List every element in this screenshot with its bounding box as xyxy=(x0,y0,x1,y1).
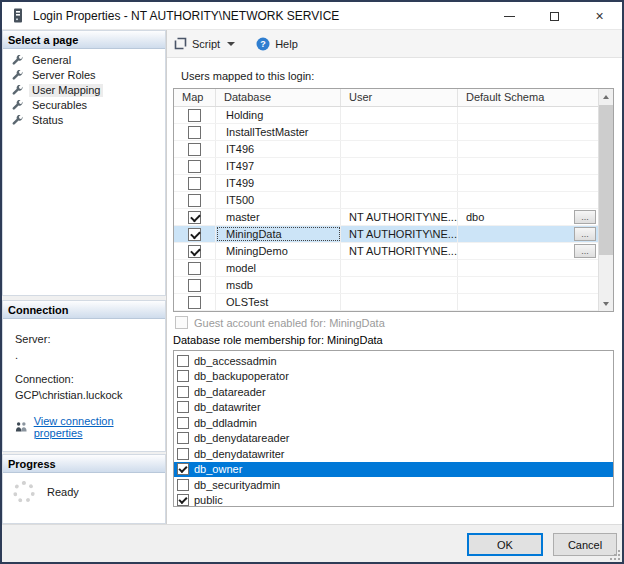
map-checkbox[interactable] xyxy=(188,228,201,241)
table-row[interactable]: IT499 xyxy=(174,175,598,192)
role-row-db_backupoperator[interactable]: db_backupoperator xyxy=(174,369,613,385)
role-checkbox[interactable] xyxy=(177,355,189,367)
table-row[interactable]: MiningDemoNT AUTHORITY\NE...... xyxy=(174,243,598,260)
scrollbar-thumb[interactable] xyxy=(599,105,613,255)
default-schema-cell[interactable] xyxy=(458,294,598,310)
user-cell[interactable] xyxy=(341,294,458,310)
database-cell[interactable]: IT497 xyxy=(216,158,341,174)
database-cell[interactable]: master xyxy=(216,209,341,225)
sidebar-item-server-roles[interactable]: Server Roles xyxy=(3,68,165,83)
role-row-db_owner[interactable]: db_owner xyxy=(174,462,613,478)
maximize-button[interactable] xyxy=(532,2,577,30)
database-cell[interactable]: IT499 xyxy=(216,175,341,191)
default-schema-cell[interactable] xyxy=(458,192,598,208)
table-row[interactable]: msdb xyxy=(174,277,598,294)
table-row[interactable]: masterNT AUTHORITY\NE...dbo... xyxy=(174,209,598,226)
role-checkbox[interactable] xyxy=(177,386,189,398)
table-row[interactable]: IT497 xyxy=(174,158,598,175)
database-cell[interactable]: Holding xyxy=(216,107,341,123)
role-row-public[interactable]: public xyxy=(174,493,613,508)
default-schema-cell[interactable] xyxy=(458,107,598,123)
column-header-database[interactable]: Database xyxy=(216,89,341,106)
user-cell[interactable] xyxy=(341,124,458,140)
role-checkbox[interactable] xyxy=(177,448,189,460)
role-checkbox[interactable] xyxy=(177,494,189,506)
user-cell[interactable]: NT AUTHORITY\NE... xyxy=(341,226,458,242)
cancel-button[interactable]: Cancel xyxy=(553,533,617,556)
role-row-db_datawriter[interactable]: db_datawriter xyxy=(174,400,613,416)
map-checkbox[interactable] xyxy=(188,143,201,156)
map-checkbox[interactable] xyxy=(188,177,201,190)
default-schema-cell[interactable] xyxy=(458,175,598,191)
grid-scrollbar[interactable] xyxy=(598,89,613,311)
default-schema-cell[interactable]: ... xyxy=(458,243,598,259)
ok-button[interactable]: OK xyxy=(467,533,543,556)
user-cell[interactable] xyxy=(341,175,458,191)
column-header-user[interactable]: User xyxy=(341,89,458,106)
database-cell[interactable]: MiningData xyxy=(216,226,341,242)
database-cell[interactable]: MiningDemo xyxy=(216,243,341,259)
map-checkbox[interactable] xyxy=(188,211,201,224)
database-cell[interactable]: msdb xyxy=(216,277,341,293)
default-schema-cell[interactable] xyxy=(458,158,598,174)
map-checkbox[interactable] xyxy=(188,194,201,207)
role-row-db_accessadmin[interactable]: db_accessadmin xyxy=(174,353,613,369)
close-button[interactable]: × xyxy=(577,2,622,30)
table-row[interactable]: OLSTest xyxy=(174,294,598,311)
minimize-button[interactable] xyxy=(487,2,532,30)
database-cell[interactable]: IT500 xyxy=(216,192,341,208)
map-checkbox[interactable] xyxy=(188,126,201,139)
default-schema-cell[interactable] xyxy=(458,260,598,276)
map-checkbox[interactable] xyxy=(188,109,201,122)
column-header-map[interactable]: Map xyxy=(174,89,216,106)
user-cell[interactable]: NT AUTHORITY\NE... xyxy=(341,209,458,225)
user-cell[interactable] xyxy=(341,192,458,208)
user-cell[interactable] xyxy=(341,141,458,157)
role-checkbox[interactable] xyxy=(177,417,189,429)
role-row-db_datareader[interactable]: db_datareader xyxy=(174,384,613,400)
table-row[interactable]: MiningDataNT AUTHORITY\NE...... xyxy=(174,226,598,243)
role-row-db_denydatawriter[interactable]: db_denydatawriter xyxy=(174,446,613,462)
role-checkbox[interactable] xyxy=(177,401,189,413)
map-checkbox[interactable] xyxy=(188,296,201,309)
user-cell[interactable] xyxy=(341,158,458,174)
database-cell[interactable]: InstallTestMaster xyxy=(216,124,341,140)
scroll-down-button[interactable] xyxy=(599,296,613,311)
table-row[interactable]: IT500 xyxy=(174,192,598,209)
role-row-db_denydatareader[interactable]: db_denydatareader xyxy=(174,431,613,447)
browse-button[interactable]: ... xyxy=(574,244,596,258)
browse-button[interactable]: ... xyxy=(574,227,596,241)
role-checkbox[interactable] xyxy=(177,463,189,475)
user-cell[interactable] xyxy=(341,107,458,123)
sidebar-item-general[interactable]: General xyxy=(3,53,165,68)
resize-grip[interactable] xyxy=(610,550,620,560)
table-row[interactable]: model xyxy=(174,260,598,277)
role-checkbox[interactable] xyxy=(177,432,189,444)
default-schema-cell[interactable]: dbo... xyxy=(458,209,598,225)
table-row[interactable]: IT496 xyxy=(174,141,598,158)
user-cell[interactable] xyxy=(341,277,458,293)
sidebar-item-user-mapping[interactable]: User Mapping xyxy=(3,83,165,98)
map-checkbox[interactable] xyxy=(188,245,201,258)
role-checkbox[interactable] xyxy=(177,370,189,382)
role-checkbox[interactable] xyxy=(177,479,189,491)
scroll-up-button[interactable] xyxy=(599,89,613,104)
map-checkbox[interactable] xyxy=(188,279,201,292)
script-button[interactable]: Script xyxy=(169,33,240,55)
browse-button[interactable]: ... xyxy=(574,210,596,224)
map-checkbox[interactable] xyxy=(188,262,201,275)
default-schema-cell[interactable] xyxy=(458,277,598,293)
default-schema-cell[interactable] xyxy=(458,141,598,157)
default-schema-cell[interactable] xyxy=(458,124,598,140)
database-cell[interactable]: OLSTest xyxy=(216,294,341,310)
database-cell[interactable]: model xyxy=(216,260,341,276)
sidebar-item-status[interactable]: Status xyxy=(3,113,165,128)
sidebar-item-securables[interactable]: Securables xyxy=(3,98,165,113)
role-row-db_ddladmin[interactable]: db_ddladmin xyxy=(174,415,613,431)
user-cell[interactable] xyxy=(341,260,458,276)
database-cell[interactable]: IT496 xyxy=(216,141,341,157)
table-row[interactable]: Holding xyxy=(174,107,598,124)
help-button[interactable]: ? Help xyxy=(251,33,303,55)
map-checkbox[interactable] xyxy=(188,160,201,173)
column-header-default-schema[interactable]: Default Schema xyxy=(458,89,598,106)
